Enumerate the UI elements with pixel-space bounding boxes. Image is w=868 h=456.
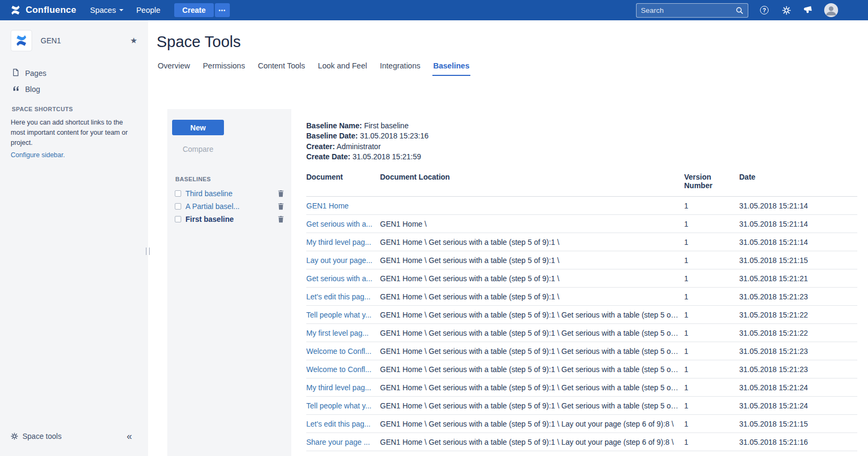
baseline-list-item: First baseline	[172, 213, 284, 226]
field-label: Baseline Date:	[306, 132, 358, 140]
create-more-button[interactable]: •••	[215, 3, 230, 17]
col-header-document: Document	[306, 172, 380, 197]
user-avatar[interactable]	[824, 3, 838, 17]
document-date: 31.05.2018 15:21:22	[739, 306, 857, 324]
sidebar-footer: Space tools «	[0, 428, 148, 444]
document-link[interactable]: My third level pag...	[306, 383, 371, 392]
space-tools-label[interactable]: Space tools	[22, 432, 61, 440]
document-link[interactable]: My first level pag...	[306, 329, 369, 337]
app-shell: GEN1 ★ Pages Blog SPACE SHORTCUTS	[0, 20, 868, 456]
configure-sidebar-link[interactable]: Configure sidebar.	[11, 151, 65, 159]
sidebar-item-blog[interactable]: Blog	[0, 81, 148, 97]
table-row: Get serious with a...GEN1 Home \131.05.2…	[306, 215, 857, 233]
baseline-detail: Baseline Name: First baselineBaseline Da…	[306, 109, 868, 456]
baseline-list: Third baselineA Partial basel...First ba…	[172, 187, 284, 226]
search-input[interactable]	[641, 6, 735, 14]
create-button[interactable]: Create	[174, 3, 214, 17]
col-header-date: Date	[739, 172, 857, 197]
sidebar-collapse-button[interactable]: «	[127, 431, 132, 442]
document-date: 31.05.2018 15:21:21	[739, 269, 857, 288]
baseline-checkbox[interactable]	[175, 216, 181, 222]
document-date: 31.05.2018 15:21:24	[739, 378, 857, 397]
table-row: GEN1 Home131.05.2018 15:21:14	[306, 197, 857, 215]
new-baseline-button[interactable]: New	[172, 120, 224, 135]
document-location: GEN1 Home \ Get serious with a table (st…	[380, 324, 684, 342]
compare-button[interactable]: Compare	[172, 141, 224, 157]
search-icon[interactable]	[735, 6, 743, 14]
document-link[interactable]: Tell people what y...	[306, 401, 371, 410]
version-number: 1	[684, 306, 739, 324]
confluence-home-link[interactable]: Confluence	[10, 4, 76, 16]
field-label: Create Date:	[306, 152, 350, 161]
document-link[interactable]: Welcome to Confl...	[306, 347, 371, 355]
delete-baseline-icon[interactable]	[277, 190, 284, 197]
document-link[interactable]: My third level pag...	[306, 238, 371, 246]
documents-table-body: GEN1 Home131.05.2018 15:21:14Get serious…	[306, 197, 857, 451]
sidebar-item-pages[interactable]: Pages	[0, 65, 148, 81]
version-number: 1	[684, 397, 739, 415]
document-link[interactable]: Lay out your page...	[306, 256, 373, 265]
baseline-checkbox[interactable]	[175, 203, 181, 210]
document-date: 31.05.2018 15:21:14	[739, 233, 857, 251]
favorite-star-icon[interactable]: ★	[130, 36, 137, 45]
document-date: 31.05.2018 15:21:22	[739, 324, 857, 342]
tab-integrations[interactable]: Integrations	[379, 59, 422, 76]
document-location: GEN1 Home \ Get serious with a table (st…	[380, 433, 684, 451]
field-value: 31.05.2018 15:23:16	[360, 132, 428, 140]
baseline-link[interactable]: A Partial basel...	[185, 202, 273, 211]
document-link[interactable]: Let's edit this pag...	[306, 420, 370, 428]
document-date: 31.05.2018 15:21:23	[739, 342, 857, 360]
settings-gear-icon[interactable]	[780, 4, 792, 16]
nav-spaces-label: Spaces	[90, 6, 116, 14]
space-shortcuts-description: Here you can add shortcut links to the m…	[0, 118, 148, 148]
document-link[interactable]: Get serious with a...	[306, 274, 373, 283]
nav-people[interactable]: People	[130, 0, 167, 20]
field-value: Administrator	[337, 142, 381, 151]
baseline-link[interactable]: First baseline	[185, 215, 273, 223]
document-location: GEN1 Home \	[380, 215, 684, 233]
document-location: GEN1 Home \ Get serious with a table (st…	[380, 306, 684, 324]
feedback-megaphone-icon[interactable]	[802, 4, 814, 16]
tab-permissions[interactable]: Permissions	[201, 59, 246, 76]
document-location: GEN1 Home \ Get serious with a table (st…	[380, 397, 684, 415]
delete-baseline-icon[interactable]	[277, 203, 284, 210]
document-date: 31.05.2018 15:21:15	[739, 415, 857, 433]
baseline-checkbox[interactable]	[175, 190, 181, 197]
table-row: My third level pag...GEN1 Home \ Get ser…	[306, 233, 857, 251]
tab-baselines[interactable]: Baselines	[432, 59, 471, 76]
document-date: 31.05.2018 15:21:23	[739, 288, 857, 306]
document-link[interactable]: Share your page ...	[306, 438, 370, 446]
space-logo-icon[interactable]	[11, 30, 32, 51]
document-date: 31.05.2018 15:21:14	[739, 197, 857, 215]
delete-baseline-icon[interactable]	[277, 215, 284, 223]
space-tools-gear-icon[interactable]	[11, 432, 18, 440]
space-header: GEN1 ★	[0, 20, 148, 51]
document-link[interactable]: GEN1 Home	[306, 202, 348, 210]
top-navigation: Confluence Spaces People Create ••• ?	[0, 0, 868, 20]
search-box	[636, 3, 748, 18]
document-link[interactable]: Welcome to Confl...	[306, 365, 371, 374]
documents-table: Document Document Location Version Numbe…	[306, 172, 857, 451]
space-name[interactable]: GEN1	[41, 36, 61, 45]
document-date: 31.05.2018 15:21:23	[739, 360, 857, 378]
tab-content-tools[interactable]: Content Tools	[257, 59, 306, 76]
table-row: Tell people what y...GEN1 Home \ Get ser…	[306, 397, 857, 415]
sidebar-resize-handle[interactable]	[146, 248, 150, 255]
tab-look-and-feel[interactable]: Look and Feel	[317, 59, 368, 76]
table-row: Get serious with a...GEN1 Home \ Get ser…	[306, 269, 857, 288]
help-icon[interactable]: ?	[758, 4, 770, 16]
field-label: Baseline Name:	[306, 121, 362, 130]
document-location: GEN1 Home \ Get serious with a table (st…	[380, 342, 684, 360]
nav-spaces[interactable]: Spaces	[84, 0, 130, 20]
document-link[interactable]: Let's edit this pag...	[306, 292, 370, 301]
top-nav-right: ?	[636, 3, 838, 18]
version-number: 1	[684, 288, 739, 306]
tab-overview[interactable]: Overview	[157, 59, 191, 76]
baseline-link[interactable]: Third baseline	[185, 189, 273, 198]
document-link[interactable]: Get serious with a...	[306, 220, 373, 228]
version-number: 1	[684, 342, 739, 360]
table-row: Lay out your page...GEN1 Home \ Get seri…	[306, 251, 857, 269]
confluence-logo-icon	[10, 4, 21, 16]
document-link[interactable]: Tell people what y...	[306, 311, 371, 319]
col-header-document-location: Document Location	[380, 172, 684, 197]
